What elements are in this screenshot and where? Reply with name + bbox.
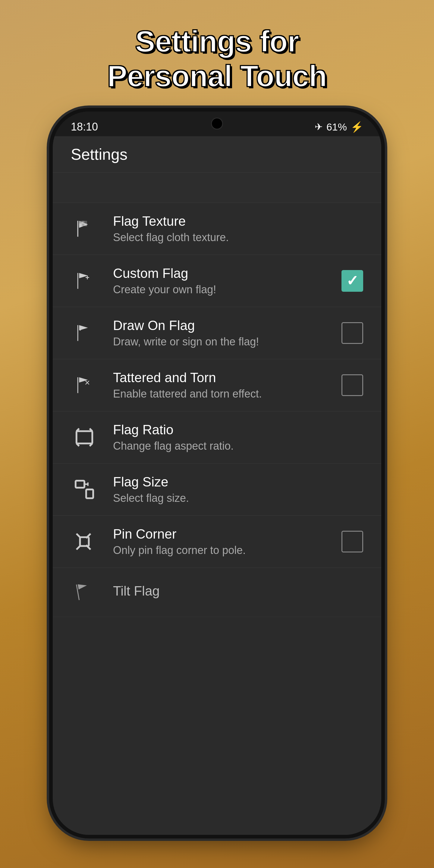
custom-flag-checkbox[interactable] — [341, 270, 363, 292]
app-bar-title: Settings — [71, 146, 127, 163]
flag-texture-text: Flag Texture Select flag cloth texture. — [113, 214, 363, 244]
custom-flag-icon: + — [71, 267, 98, 294]
pin-corner-icon — [71, 528, 98, 555]
svg-rect-1 — [82, 221, 84, 224]
tattered-flag-control[interactable] — [341, 374, 363, 396]
svg-rect-5 — [84, 224, 87, 226]
battery-bolt-icon: ⚡ — [350, 121, 363, 133]
flag-ratio-subtitle: Change flag aspect ratio. — [113, 440, 363, 453]
flag-texture-subtitle: Select flag cloth texture. — [113, 231, 363, 244]
settings-item-pin-corner[interactable]: Pin Corner Only pin flag corner to pole. — [53, 516, 381, 568]
airplane-icon: ✈ — [315, 121, 323, 133]
app-bar: Settings — [53, 136, 381, 173]
pin-corner-subtitle: Only pin flag corner to pole. — [113, 544, 333, 557]
flag-size-icon — [71, 476, 98, 503]
settings-item-flag-texture[interactable]: Flag Texture Select flag cloth texture. — [53, 203, 381, 255]
flag-size-text: Flag Size Select flag size. — [113, 474, 363, 504]
svg-rect-2 — [84, 221, 87, 224]
svg-text:+: + — [85, 274, 90, 281]
settings-item-draw-on-flag[interactable]: Draw On Flag Draw, write or sign on the … — [53, 307, 381, 359]
draw-flag-subtitle: Draw, write or sign on the flag! — [113, 336, 333, 348]
svg-rect-0 — [79, 221, 82, 224]
custom-flag-control[interactable] — [341, 270, 363, 292]
pin-corner-checkbox[interactable] — [341, 531, 363, 553]
time-display: 18:10 — [71, 121, 98, 133]
tilt-flag-icon — [71, 579, 98, 606]
svg-rect-8 — [76, 431, 93, 444]
svg-rect-9 — [76, 481, 84, 488]
draw-flag-icon — [71, 319, 98, 347]
section-divider — [53, 173, 381, 203]
flag-ratio-text: Flag Ratio Change flag aspect ratio. — [113, 422, 363, 453]
flag-texture-title: Flag Texture — [113, 214, 363, 229]
tattered-flag-title: Tattered and Torn — [113, 370, 333, 385]
draw-flag-checkbox[interactable] — [341, 322, 363, 344]
page-title: Settings for Personal Touch — [83, 24, 351, 93]
custom-flag-subtitle: Create your own flag! — [113, 283, 333, 296]
tilt-flag-text: Tilt Flag — [113, 584, 363, 601]
tattered-flag-text: Tattered and Torn Enable tattered and to… — [113, 370, 333, 400]
pin-corner-text: Pin Corner Only pin flag corner to pole. — [113, 527, 333, 557]
flag-size-title: Flag Size — [113, 474, 363, 490]
draw-flag-control[interactable] — [341, 322, 363, 344]
settings-list: Flag Texture Select flag cloth texture. … — [53, 203, 381, 835]
draw-flag-title: Draw On Flag — [113, 318, 333, 333]
flag-size-subtitle: Select flag size. — [113, 492, 363, 504]
custom-flag-text: Custom Flag Create your own flag! — [113, 266, 333, 296]
phone-frame: 18:10 ✈ 61% ⚡ Settings — [53, 112, 381, 835]
flag-texture-icon — [71, 215, 98, 242]
camera-notch — [211, 118, 223, 130]
svg-text:✕: ✕ — [84, 379, 90, 387]
pin-corner-control[interactable] — [341, 531, 363, 553]
settings-item-flag-ratio[interactable]: Flag Ratio Change flag aspect ratio. — [53, 411, 381, 464]
tattered-flag-icon: ✕ — [71, 372, 98, 399]
svg-rect-4 — [82, 224, 84, 226]
tilt-flag-title: Tilt Flag — [113, 584, 363, 598]
status-bar: 18:10 ✈ 61% ⚡ — [53, 112, 381, 136]
svg-rect-10 — [86, 490, 93, 498]
flag-ratio-icon — [71, 424, 98, 451]
tattered-flag-subtitle: Enable tattered and torn effect. — [113, 388, 333, 400]
svg-rect-11 — [80, 537, 89, 546]
tattered-flag-checkbox[interactable] — [341, 374, 363, 396]
settings-item-custom-flag[interactable]: + Custom Flag Create your own flag! — [53, 255, 381, 307]
custom-flag-title: Custom Flag — [113, 266, 333, 281]
settings-item-tilt-flag[interactable]: Tilt Flag — [53, 568, 381, 617]
settings-item-flag-size[interactable]: Flag Size Select flag size. — [53, 464, 381, 516]
pin-corner-title: Pin Corner — [113, 527, 333, 541]
draw-flag-text: Draw On Flag Draw, write or sign on the … — [113, 318, 333, 348]
settings-item-tattered-torn[interactable]: ✕ Tattered and Torn Enable tattered and … — [53, 359, 381, 411]
status-right: ✈ 61% ⚡ — [315, 121, 363, 133]
svg-rect-3 — [79, 224, 82, 226]
battery-level: 61% — [327, 121, 347, 133]
flag-ratio-title: Flag Ratio — [113, 422, 363, 437]
